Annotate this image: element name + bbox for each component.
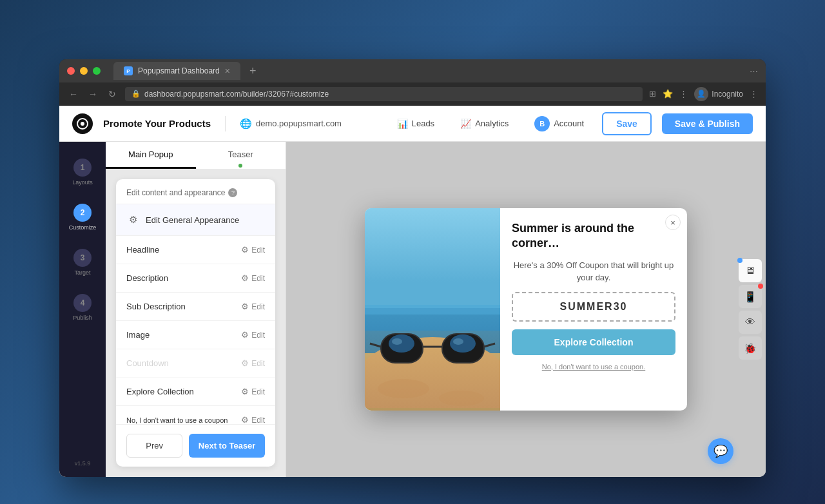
decline-edit-icon: ⚙: [241, 415, 249, 424]
debug-button[interactable]: 🐞: [739, 336, 762, 360]
app-title: Promote Your Products: [103, 118, 211, 129]
tab-title: Popupsmart Dashboard: [138, 66, 220, 75]
new-tab-button[interactable]: +: [249, 64, 257, 78]
window-expand-icon: ⋯: [750, 66, 758, 76]
description-label: Description: [126, 273, 241, 283]
sub-description-edit-button[interactable]: ⚙ Edit: [241, 302, 265, 311]
panel-header-text: Edit content and appearance ?: [126, 188, 265, 197]
bookmark-icon[interactable]: ⭐: [663, 89, 673, 99]
gear-icon: ⚙: [126, 213, 139, 226]
explore-collection-edit-button[interactable]: ⚙ Edit: [241, 387, 265, 396]
popup-description: Here's a 30% Off Coupon that will bright…: [512, 259, 675, 284]
nav-refresh-button[interactable]: ↻: [106, 89, 119, 99]
extensions-icon[interactable]: ⊞: [649, 89, 656, 99]
tab-main-popup[interactable]: Main Popup: [106, 142, 196, 169]
analytics-nav-link[interactable]: 📈 Analytics: [452, 115, 516, 133]
app-navbar: Promote Your Products 🌐 demo.popupsmart.…: [59, 106, 766, 142]
panel-footer: Prev Next to Teaser: [116, 424, 275, 467]
globe-icon: 🌐: [240, 118, 252, 130]
panel-header-label: Edit content and appearance: [126, 188, 225, 197]
explore-collection-label: Explore Collection: [126, 387, 241, 396]
panel-items-list: ⚙ Edit General Appearance Headline ⚙ Edi…: [116, 204, 275, 424]
analytics-icon: 📈: [460, 119, 471, 129]
sidebar-step-publish[interactable]: 4 Publish: [67, 287, 98, 327]
preview-area: ×: [286, 142, 766, 477]
svg-point-14: [453, 338, 463, 345]
decline-label: No, I don't want to use a coupon: [126, 416, 241, 424]
browser-tab[interactable]: P Popupsmart Dashboard ×: [113, 62, 240, 80]
window-maximize-dot[interactable]: [93, 67, 101, 75]
panel-item-image[interactable]: Image ⚙ Edit: [116, 321, 275, 349]
browser-addressbar: ← → ↻ 🔒 dashboard.popupsmart.com/builder…: [59, 82, 766, 106]
countdown-edit-button[interactable]: ⚙ Edit: [241, 358, 265, 368]
browser-window: P Popupsmart Dashboard × + ⋯ ← → ↻ 🔒 das…: [59, 59, 766, 477]
more-options-icon[interactable]: ⋮: [750, 89, 758, 99]
sidebar-step-target[interactable]: 3 Target: [67, 242, 98, 282]
site-url-display: 🌐 demo.popupsmart.com: [240, 118, 342, 130]
svg-point-1: [81, 122, 84, 126]
step-2-label: Customize: [69, 224, 97, 231]
app-logo: [72, 113, 93, 134]
chat-icon: 💬: [713, 444, 728, 458]
popup-close-button[interactable]: ×: [665, 215, 681, 230]
window-minimize-dot[interactable]: [80, 67, 88, 75]
coupon-code-box[interactable]: SUMMER30: [512, 292, 675, 322]
address-text: dashboard.popupsmart.com/builder/32067#c…: [144, 90, 329, 99]
floating-panel: Edit content and appearance ? ⚙ Edit Gen…: [116, 179, 275, 467]
panel-item-general-appearance[interactable]: ⚙ Edit General Appearance: [116, 204, 275, 236]
desktop-view-button[interactable]: 🖥: [739, 259, 762, 282]
next-to-teaser-button[interactable]: Next to Teaser: [189, 434, 265, 458]
nav-divider: [225, 116, 226, 131]
mobile-view-button[interactable]: 📱: [739, 285, 762, 308]
panel-item-headline[interactable]: Headline ⚙ Edit: [116, 236, 275, 264]
sub-description-edit-label: Edit: [251, 302, 265, 311]
incognito-label: Incognito: [712, 90, 743, 99]
account-label: Account: [554, 119, 584, 128]
panel-item-countdown[interactable]: Countdown ⚙ Edit: [116, 349, 275, 378]
app-body: 1 Layouts 2 Customize 3 Target 4 Publish…: [59, 142, 766, 477]
save-publish-button[interactable]: Save & Publish: [662, 113, 753, 134]
content-tabs: Main Popup Teaser: [106, 142, 286, 169]
nav-forward-button[interactable]: →: [86, 89, 99, 99]
popup-decline-link[interactable]: No, I don't want to use a coupon.: [512, 363, 675, 371]
window-close-dot[interactable]: [67, 67, 75, 75]
description-edit-button[interactable]: ⚙ Edit: [241, 273, 265, 283]
popup-preview: ×: [365, 208, 687, 411]
app-container: Promote Your Products 🌐 demo.popupsmart.…: [59, 106, 766, 477]
chat-bubble-button[interactable]: 💬: [708, 438, 733, 464]
panel-item-sub-description[interactable]: Sub Description ⚙ Edit: [116, 293, 275, 321]
description-edit-icon: ⚙: [241, 273, 249, 283]
svg-point-15: [378, 379, 429, 398]
headline-edit-button[interactable]: ⚙ Edit: [241, 245, 265, 255]
panel-item-decline[interactable]: No, I don't want to use a coupon ⚙ Edit: [116, 406, 275, 424]
mobile-icon: 📱: [744, 291, 757, 303]
image-edit-button[interactable]: ⚙ Edit: [241, 330, 265, 340]
svg-point-11: [389, 334, 414, 353]
address-bar[interactable]: 🔒 dashboard.popupsmart.com/builder/32067…: [125, 87, 643, 101]
content-panel: Main Popup Teaser Edit content and appea…: [106, 142, 286, 477]
popup-image-panel: [365, 208, 500, 411]
account-button[interactable]: B Account: [527, 112, 592, 135]
decline-edit-button[interactable]: ⚙ Edit: [241, 415, 265, 424]
analytics-label: Analytics: [475, 119, 509, 128]
tab-close-button[interactable]: ×: [225, 66, 230, 76]
preview-button[interactable]: 👁: [739, 311, 762, 334]
save-button[interactable]: Save: [602, 112, 652, 135]
panel-item-explore-collection[interactable]: Explore Collection ⚙ Edit: [116, 378, 275, 406]
mobile-error-indicator: [758, 284, 763, 289]
active-indicator-dot: [737, 258, 742, 263]
leads-nav-link[interactable]: 📊 Leads: [389, 115, 442, 133]
help-icon[interactable]: ?: [228, 188, 237, 197]
prev-button[interactable]: Prev: [126, 434, 182, 458]
nav-back-button[interactable]: ←: [67, 89, 80, 99]
sidebar-step-customize[interactable]: 2 Customize: [67, 197, 98, 237]
sidebar-version: v1.5.9: [75, 460, 91, 467]
settings-icon[interactable]: ⋮: [679, 89, 688, 99]
tab-teaser[interactable]: Teaser: [196, 142, 286, 169]
sidebar-step-layouts[interactable]: 1 Layouts: [67, 152, 98, 192]
panel-item-description[interactable]: Description ⚙ Edit: [116, 264, 275, 293]
sidebar: 1 Layouts 2 Customize 3 Target 4 Publish…: [59, 142, 106, 477]
step-4-label: Publish: [73, 315, 92, 321]
step-2-circle: 2: [73, 204, 92, 222]
explore-collection-button[interactable]: Explore Collection: [512, 329, 675, 355]
